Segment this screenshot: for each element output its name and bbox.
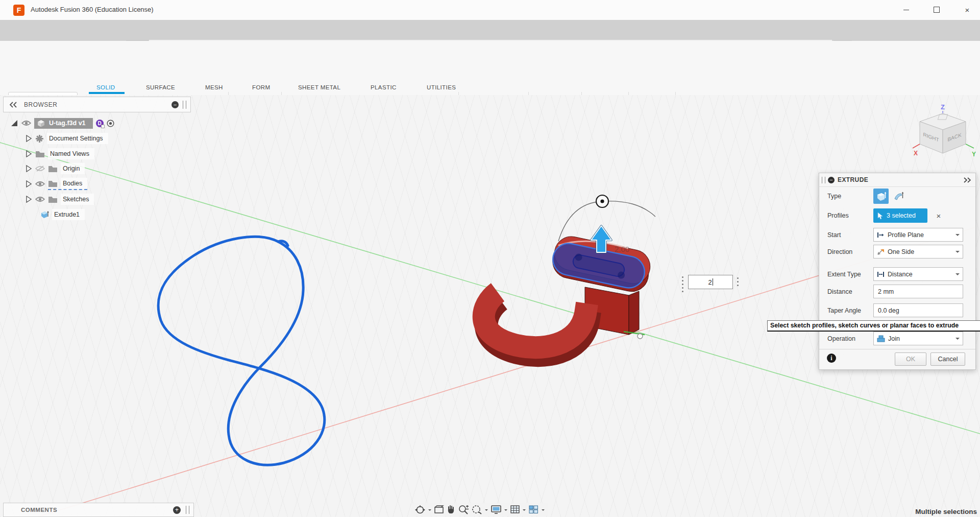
dialog-footer-separator	[819, 349, 975, 349]
tab-plastic[interactable]: PLASTIC	[371, 84, 397, 90]
viewports-icon[interactable]	[528, 505, 539, 514]
browser-resize-grip[interactable]	[183, 101, 186, 109]
tab-form[interactable]: FORM	[252, 84, 270, 90]
grid-settings-icon[interactable]	[510, 505, 520, 514]
dialog-expand-icon[interactable]	[963, 177, 972, 183]
extent-type-dropdown[interactable]: Distance	[873, 267, 963, 281]
orbit-icon[interactable]	[414, 505, 426, 515]
ok-button[interactable]: OK	[895, 353, 926, 366]
profiles-count: 3 selected	[887, 212, 916, 219]
tab-surface[interactable]: SURFACE	[146, 84, 175, 90]
look-at-icon[interactable]	[434, 505, 444, 514]
navigation-dock	[411, 503, 548, 516]
browser-row-sketches[interactable]: Sketches	[26, 193, 94, 206]
browser-panel-header[interactable]: BROWSER −	[3, 97, 191, 112]
tab-solid[interactable]: SOLID	[96, 84, 115, 90]
expand-icon[interactable]	[26, 180, 32, 187]
browser-row-named-views[interactable]: Named Views	[26, 147, 94, 160]
taper-angle-field[interactable]: 0.0 deg	[873, 303, 963, 317]
display-settings-icon[interactable]	[491, 505, 502, 514]
extrude-dialog: − EXTRUDE Type Profiles 3 selected × Sta…	[819, 173, 976, 370]
display-settings-caret[interactable]	[504, 509, 507, 512]
row-label: Document Settings	[47, 133, 108, 144]
browser-root-row[interactable]: U-tag.f3d v1 D	[10, 116, 114, 130]
select-cursor-icon	[877, 212, 884, 220]
comments-resize-grip[interactable]	[186, 506, 189, 514]
operation-dropdown[interactable]: Join	[873, 332, 963, 345]
pan-icon[interactable]	[447, 505, 456, 514]
distance-extent-icon	[877, 271, 885, 277]
profiles-label: Profiles	[827, 212, 849, 219]
profile-plane-icon	[877, 232, 885, 238]
dropdown-caret-icon	[955, 234, 960, 238]
zoom-window-icon[interactable]	[472, 505, 482, 514]
expand-collapse-icon[interactable]	[10, 119, 18, 127]
start-value: Profile Plane	[888, 231, 952, 239]
root-item-label: U-tag.f3d v1	[49, 120, 86, 127]
visibility-eye-icon[interactable]	[21, 120, 31, 126]
extrude-dialog-header[interactable]: − EXTRUDE	[819, 173, 975, 187]
visibility-off-eye-icon[interactable]	[35, 166, 45, 172]
browser-row-origin[interactable]: Origin	[26, 162, 85, 175]
tab-utilities[interactable]: UTILITIES	[427, 84, 456, 90]
expand-icon[interactable]	[26, 165, 32, 172]
fusion-logo-icon: F	[13, 5, 24, 16]
browser-row-extrude1[interactable]: Extrude1	[40, 208, 85, 221]
browser-row-bodies[interactable]: Bodies	[26, 177, 87, 191]
orbit-caret[interactable]	[428, 509, 431, 512]
bodies-changed-group: Bodies	[48, 178, 87, 190]
viewports-caret[interactable]	[542, 509, 545, 512]
dimension-input-menu-icon[interactable]	[737, 277, 739, 286]
browser-collapse-all-icon[interactable]: −	[172, 101, 179, 108]
browser-row-document-settings[interactable]: Document Settings	[26, 132, 108, 145]
gear-icon	[35, 134, 44, 143]
one-side-icon	[877, 248, 885, 255]
expand-icon[interactable]	[26, 196, 32, 203]
tab-mesh[interactable]: MESH	[205, 84, 223, 90]
maximize-button[interactable]	[925, 0, 948, 19]
extrude-distance-input[interactable]: 2	[688, 275, 733, 289]
row-label: Sketches	[61, 194, 94, 205]
view-cube[interactable]: Z RIGHT BACK X Y	[910, 102, 980, 163]
dimension-input-grip[interactable]	[682, 276, 683, 292]
dialog-drag-grip[interactable]	[822, 177, 825, 183]
comments-label: COMMENTS	[21, 507, 173, 513]
ribbon: SOLID SURFACE MESH FORM SHEET METAL PLAS…	[0, 41, 980, 96]
info-icon[interactable]: i	[827, 354, 836, 363]
zoom-window-caret[interactable]	[485, 509, 488, 512]
direction-dropdown[interactable]: One Side	[873, 245, 963, 258]
clear-selection-icon[interactable]: ×	[934, 210, 944, 221]
row-label: Extrude1	[52, 209, 85, 220]
dialog-collapse-icon[interactable]: −	[828, 177, 835, 183]
axis-x-label: X	[914, 150, 918, 157]
activate-component-icon[interactable]	[107, 120, 114, 127]
close-window-button[interactable]: ×	[955, 0, 979, 19]
collaboration-badge[interactable]: D	[96, 120, 104, 127]
profiles-selected-chip[interactable]: 3 selected	[873, 208, 927, 223]
expand-icon[interactable]	[26, 135, 32, 142]
zoom-icon[interactable]	[458, 505, 469, 514]
selection-status: Multiple selections	[817, 508, 977, 515]
add-comment-icon[interactable]: +	[173, 506, 181, 514]
extrude-feature-icon	[40, 210, 49, 219]
dropdown-caret-icon	[955, 273, 960, 277]
expand-icon[interactable]	[26, 150, 32, 157]
collapse-browser-icon[interactable]	[9, 102, 18, 108]
type-label: Type	[827, 193, 841, 200]
tab-sheet-metal[interactable]: SHEET METAL	[298, 84, 340, 90]
type-extrude-button[interactable]	[873, 189, 889, 204]
dropdown-caret-icon	[955, 338, 960, 342]
start-dropdown[interactable]: Profile Plane	[873, 228, 963, 242]
comments-panel[interactable]: COMMENTS +	[3, 503, 194, 517]
visibility-eye-icon[interactable]	[35, 196, 45, 202]
visibility-eye-icon[interactable]	[35, 181, 45, 187]
root-item-chip[interactable]: U-tag.f3d v1	[34, 118, 93, 129]
dropdown-caret-icon	[955, 251, 960, 255]
grid-settings-caret[interactable]	[523, 509, 526, 512]
app-title: Autodesk Fusion 360 (Education License)	[31, 6, 154, 13]
minimize-button[interactable]	[894, 0, 918, 19]
type-thin-extrude-button[interactable]	[891, 189, 906, 204]
cancel-button[interactable]: Cancel	[930, 353, 965, 366]
row-label: Origin	[61, 163, 85, 174]
distance-field[interactable]: 2 mm	[873, 285, 963, 298]
